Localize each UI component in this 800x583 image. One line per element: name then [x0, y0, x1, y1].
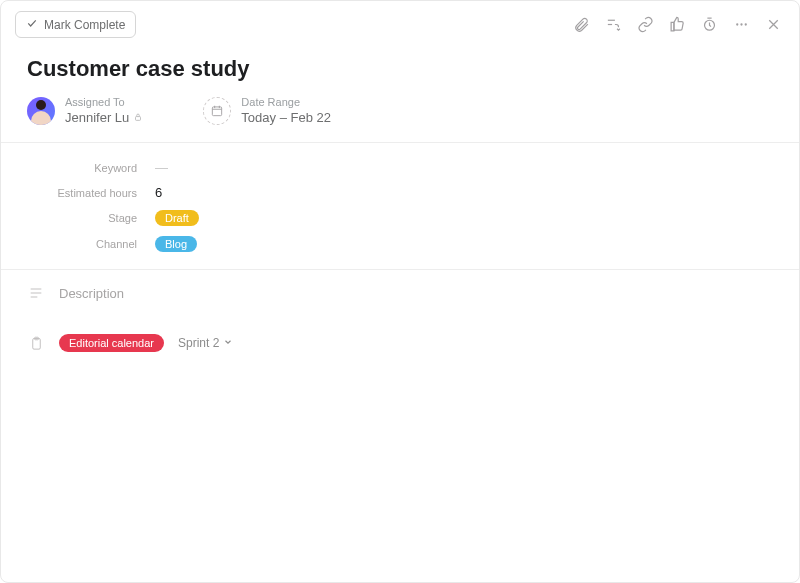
assignee-name: Jennifer Lu [65, 110, 129, 126]
custom-fields: Keyword — Estimated hours 6 Stage Draft … [27, 143, 773, 269]
task-meta-row: Assigned To Jennifer Lu Date Range Today… [27, 96, 773, 142]
like-icon[interactable] [665, 13, 689, 37]
close-icon[interactable] [761, 13, 785, 37]
svg-rect-5 [213, 107, 222, 116]
date-range-label: Date Range [241, 96, 331, 110]
project-row: Editorial calendar Sprint 2 [27, 316, 773, 354]
task-toolbar: Mark Complete [1, 1, 799, 48]
lock-icon [133, 110, 143, 126]
task-detail-pane: Mark Complete Customer case study [0, 0, 800, 583]
description-icon [27, 284, 45, 302]
check-icon [26, 17, 38, 32]
mark-complete-button[interactable]: Mark Complete [15, 11, 136, 38]
svg-point-2 [740, 23, 742, 25]
field-stage[interactable]: Stage Draft [27, 205, 773, 231]
chevron-down-icon [223, 336, 233, 350]
attachment-icon[interactable] [569, 13, 593, 37]
description-label: Description [59, 286, 124, 301]
link-icon[interactable] [633, 13, 657, 37]
more-icon[interactable] [729, 13, 753, 37]
assignee-label: Assigned To [65, 96, 143, 110]
field-keyword[interactable]: Keyword — [27, 155, 773, 180]
assignee-field[interactable]: Assigned To Jennifer Lu [27, 96, 143, 126]
svg-point-3 [744, 23, 746, 25]
task-title[interactable]: Customer case study [27, 48, 773, 96]
description-section[interactable]: Description [27, 270, 773, 316]
field-estimated-hours[interactable]: Estimated hours 6 [27, 180, 773, 205]
avatar [27, 97, 55, 125]
stage-pill: Draft [155, 210, 199, 226]
channel-pill: Blog [155, 236, 197, 252]
date-range-field[interactable]: Date Range Today – Feb 22 [203, 96, 331, 126]
svg-rect-4 [136, 116, 141, 120]
project-pill[interactable]: Editorial calendar [59, 334, 164, 352]
subtask-icon[interactable] [601, 13, 625, 37]
calendar-icon [203, 97, 231, 125]
timer-icon[interactable] [697, 13, 721, 37]
date-range-value: Today – Feb 22 [241, 110, 331, 126]
mark-complete-label: Mark Complete [44, 18, 125, 32]
section-select[interactable]: Sprint 2 [178, 336, 233, 350]
clipboard-icon [27, 334, 45, 352]
field-channel[interactable]: Channel Blog [27, 231, 773, 257]
svg-point-1 [736, 23, 738, 25]
